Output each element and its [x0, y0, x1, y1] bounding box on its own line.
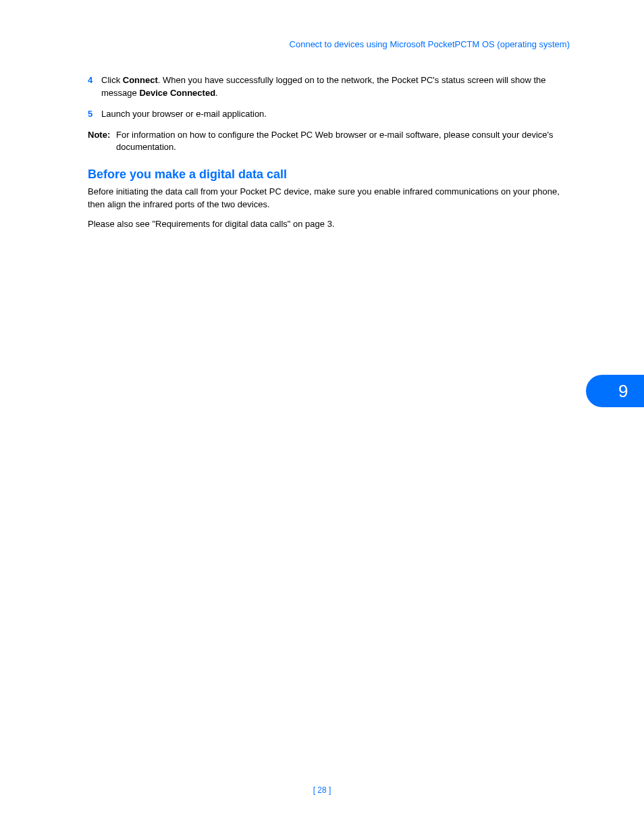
chapter-tab: 9 [586, 375, 644, 407]
step-pre: Click [101, 75, 123, 85]
page-number: [ 28 ] [313, 785, 331, 795]
section-para-2: Please also see "Requirements for digita… [88, 218, 570, 231]
step-text: Launch your browser or e-mail applicatio… [101, 108, 570, 121]
section-heading: Before you make a digital data call [88, 167, 570, 182]
step-4: 4 Click Connect. When you have successfu… [88, 74, 570, 100]
page-header: Connect to devices using Microsoft Pocke… [290, 39, 570, 49]
chapter-number: 9 [618, 381, 628, 402]
step-bold-connect: Connect [123, 75, 158, 85]
step-number: 4 [88, 74, 101, 100]
step-bold-device-connected: Device Connected [139, 88, 215, 98]
page-content: 4 Click Connect. When you have successfu… [88, 74, 570, 238]
step-5: 5 Launch your browser or e-mail applicat… [88, 108, 570, 121]
step-number: 5 [88, 108, 101, 121]
note-text: For information on how to configure the … [116, 129, 570, 155]
step-text: Click Connect. When you have successfull… [101, 74, 570, 100]
step-post: . [215, 88, 218, 98]
note-row: Note: For information on how to configur… [88, 129, 570, 155]
page-footer: [ 28 ] [0, 785, 644, 795]
header-title: Connect to devices using Microsoft Pocke… [290, 39, 570, 49]
note-label: Note: [88, 129, 116, 155]
section-para-1: Before initiating the data call from you… [88, 186, 570, 211]
